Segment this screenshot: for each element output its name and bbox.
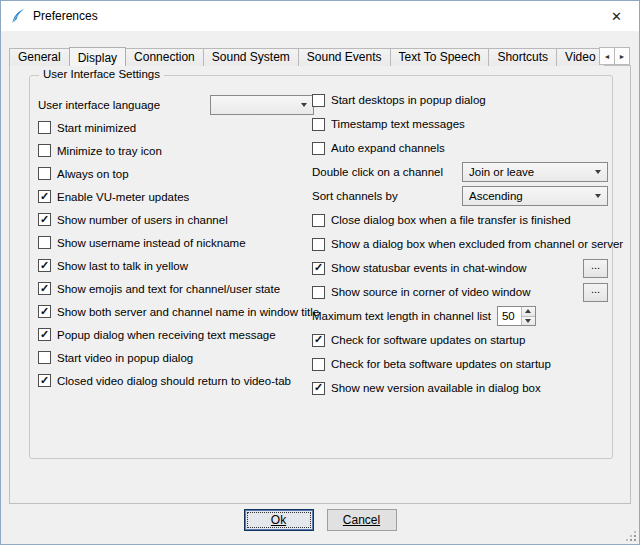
tab-video[interactable]: Video bbox=[556, 48, 604, 66]
checkbox-box bbox=[38, 213, 51, 226]
resize-grip[interactable] bbox=[625, 530, 636, 541]
chevron-down-icon bbox=[595, 194, 601, 198]
checkbox-label: Close dialog box when a file transfer is… bbox=[331, 214, 571, 226]
checkbox-box bbox=[312, 382, 325, 395]
checkbox-label: Enable VU-meter updates bbox=[57, 191, 189, 203]
checkbox-box bbox=[38, 259, 51, 272]
tab-content-pane: User Interface Settings User interface l… bbox=[9, 65, 631, 504]
checkbox-close-on-transfer-finished[interactable]: Close dialog box when a file transfer is… bbox=[312, 214, 571, 227]
arrow-left-icon: ◄ bbox=[604, 53, 611, 60]
arrow-up-icon bbox=[525, 309, 531, 313]
checkbox-statusbar-events[interactable]: Show statusbar events in chat-window bbox=[312, 262, 527, 275]
statusbar-events-options-button[interactable]: ... bbox=[583, 259, 608, 278]
tab-shortcuts[interactable]: Shortcuts bbox=[488, 48, 557, 66]
checkbox-label: Show number of users in channel bbox=[57, 214, 228, 226]
checkbox-box bbox=[312, 94, 325, 107]
checkbox-box bbox=[312, 118, 325, 131]
checkbox-dialog-when-excluded[interactable]: Show a dialog box when excluded from cha… bbox=[312, 238, 623, 251]
ok-button[interactable]: Ok bbox=[244, 509, 314, 531]
language-combo[interactable] bbox=[210, 95, 314, 115]
checkbox-minimize-to-tray[interactable]: Minimize to tray icon bbox=[38, 144, 162, 157]
row-sort-channels: Sort channels by Ascending bbox=[312, 184, 608, 208]
tab-scroll-left-button[interactable]: ◄ bbox=[599, 47, 615, 65]
checkbox-auto-expand-channels[interactable]: Auto expand channels bbox=[312, 142, 445, 155]
spin-down-button[interactable] bbox=[522, 317, 535, 326]
arrow-down-icon bbox=[525, 319, 531, 323]
row-max-text-length: Maximum text length in channel list 50 bbox=[312, 304, 608, 328]
max-text-length-spinbox[interactable]: 50 bbox=[497, 306, 536, 326]
spinbox-value: 50 bbox=[498, 307, 521, 325]
checkbox-show-emojis[interactable]: Show emojis and text for channel/user st… bbox=[38, 282, 280, 295]
sort-channels-label: Sort channels by bbox=[312, 190, 398, 202]
tab-sound-system[interactable]: Sound System bbox=[203, 48, 299, 66]
checkbox-box bbox=[38, 144, 51, 157]
checkbox-label: Show username instead of nickname bbox=[57, 237, 246, 249]
checkbox-check-updates[interactable]: Check for software updates on startup bbox=[312, 334, 525, 347]
checkbox-label: Auto expand channels bbox=[331, 142, 445, 154]
spinbox-buttons bbox=[521, 307, 535, 325]
checkbox-show-user-count[interactable]: Show number of users in channel bbox=[38, 213, 228, 226]
language-label: User interface language bbox=[38, 99, 160, 111]
cancel-button-label: Cancel bbox=[343, 513, 380, 527]
checkbox-box bbox=[312, 358, 325, 371]
checkbox-label: Check for beta software updates on start… bbox=[331, 358, 551, 370]
video-source-options-button[interactable]: ... bbox=[583, 283, 608, 302]
cancel-button[interactable]: Cancel bbox=[327, 509, 397, 531]
checkbox-label: Show last to talk in yellow bbox=[57, 260, 188, 272]
titlebar: Preferences ✕ bbox=[1, 1, 639, 31]
preferences-dialog: Preferences ✕ General Display Connection… bbox=[0, 0, 640, 545]
checkbox-box bbox=[38, 190, 51, 203]
group-title: User Interface Settings bbox=[39, 68, 164, 80]
checkbox-last-to-talk-yellow[interactable]: Show last to talk in yellow bbox=[38, 259, 188, 272]
checkbox-start-minimized[interactable]: Start minimized bbox=[38, 121, 136, 134]
tab-bar: General Display Connection Sound System … bbox=[9, 46, 631, 66]
checkbox-always-on-top[interactable]: Always on top bbox=[38, 167, 129, 180]
right-column: Start desktops in popup dialog Timestamp… bbox=[312, 88, 608, 400]
double-click-combo[interactable]: Join or leave bbox=[462, 162, 608, 182]
row-double-click: Double click on a channel Join or leave bbox=[312, 160, 608, 184]
max-text-length-label: Maximum text length in channel list bbox=[312, 310, 491, 322]
checkbox-label: Timestamp text messages bbox=[331, 118, 465, 130]
double-click-label: Double click on a channel bbox=[312, 166, 443, 178]
checkbox-box bbox=[312, 334, 325, 347]
checkbox-check-beta-updates[interactable]: Check for beta software updates on start… bbox=[312, 358, 551, 371]
checkbox-video-popup[interactable]: Start video in popup dialog bbox=[38, 351, 193, 364]
tab-display[interactable]: Display bbox=[69, 47, 126, 66]
checkbox-label: Start video in popup dialog bbox=[57, 352, 193, 364]
app-icon bbox=[10, 8, 26, 24]
checkbox-box bbox=[312, 238, 325, 251]
tab-connection[interactable]: Connection bbox=[125, 48, 204, 66]
checkbox-label: Popup dialog when receiving text message bbox=[57, 329, 276, 341]
user-interface-settings-group: User Interface Settings User interface l… bbox=[29, 75, 613, 459]
checkbox-vu-meter-updates[interactable]: Enable VU-meter updates bbox=[38, 190, 189, 203]
row-video-source: Show source in corner of video window ..… bbox=[312, 280, 608, 304]
checkbox-box bbox=[312, 142, 325, 155]
checkbox-timestamp-messages[interactable]: Timestamp text messages bbox=[312, 118, 465, 131]
checkbox-popup-on-text-message[interactable]: Popup dialog when receiving text message bbox=[38, 328, 276, 341]
checkbox-label: Check for software updates on startup bbox=[331, 334, 525, 346]
checkbox-desktops-popup[interactable]: Start desktops in popup dialog bbox=[312, 94, 486, 107]
sort-channels-combo[interactable]: Ascending bbox=[462, 186, 608, 206]
checkbox-closed-video-return[interactable]: Closed video dialog should return to vid… bbox=[38, 374, 291, 387]
tab-scroll-right-button[interactable]: ► bbox=[614, 47, 630, 65]
arrow-right-icon: ► bbox=[619, 53, 626, 60]
checkbox-label: Show both server and channel name in win… bbox=[57, 306, 319, 318]
checkbox-label: Show statusbar events in chat-window bbox=[331, 262, 527, 274]
left-column: User interface language Start minimized … bbox=[38, 93, 314, 392]
checkbox-label: Start desktops in popup dialog bbox=[331, 94, 486, 106]
checkbox-video-source-corner[interactable]: Show source in corner of video window bbox=[312, 286, 530, 299]
tab-general[interactable]: General bbox=[9, 48, 70, 66]
checkbox-server-channel-in-title[interactable]: Show both server and channel name in win… bbox=[38, 305, 319, 318]
checkbox-box bbox=[312, 286, 325, 299]
checkbox-new-version-dialog[interactable]: Show new version available in dialog box bbox=[312, 382, 541, 395]
checkbox-show-username[interactable]: Show username instead of nickname bbox=[38, 236, 246, 249]
tab-text-to-speech[interactable]: Text To Speech bbox=[390, 48, 490, 66]
checkbox-box bbox=[312, 262, 325, 275]
checkbox-label: Minimize to tray icon bbox=[57, 145, 162, 157]
dialog-footer: Ok Cancel bbox=[1, 509, 639, 531]
checkbox-label: Closed video dialog should return to vid… bbox=[57, 375, 291, 387]
tab-sound-events[interactable]: Sound Events bbox=[298, 48, 391, 66]
checkbox-box bbox=[312, 214, 325, 227]
close-button[interactable]: ✕ bbox=[594, 1, 639, 31]
spin-up-button[interactable] bbox=[522, 307, 535, 317]
